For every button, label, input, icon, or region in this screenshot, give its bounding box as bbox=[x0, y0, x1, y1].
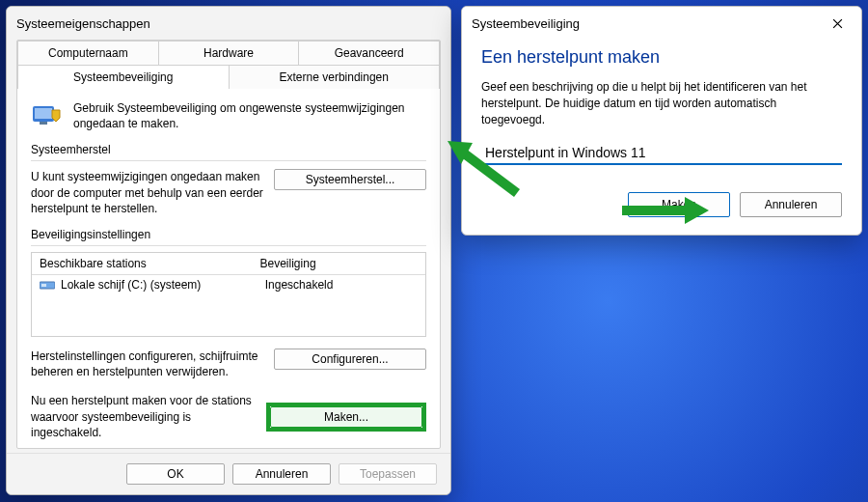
create-restore-point-dialog: Systeembeveiliging Een herstelpunt maken… bbox=[461, 6, 862, 236]
close-button[interactable] bbox=[823, 12, 852, 35]
tab-computer-name[interactable]: Computernaam bbox=[18, 42, 159, 65]
restore-text: U kunt systeemwijzigingen ongedaan maken… bbox=[31, 169, 264, 216]
create-button[interactable]: Maken bbox=[628, 192, 730, 217]
configure-button[interactable]: Configureren... bbox=[274, 349, 426, 370]
protection-icon bbox=[31, 100, 64, 129]
tab-hardware[interactable]: Hardware bbox=[159, 42, 300, 65]
section-settings-heading: Beveiligingsinstellingen bbox=[31, 228, 426, 241]
apply-button[interactable]: Toepassen bbox=[339, 463, 437, 485]
create-button-highlight: Maken... bbox=[266, 403, 426, 432]
window-title: Systeemeigenschappen bbox=[16, 16, 441, 31]
system-restore-button[interactable]: Systeemherstel... bbox=[274, 169, 426, 190]
create-restore-point-button[interactable]: Maken... bbox=[270, 406, 422, 428]
cancel-button[interactable]: Annuleren bbox=[740, 192, 842, 217]
tab-system-protection[interactable]: Systeembeveiliging bbox=[18, 65, 230, 89]
window-title: Systeembeveiliging bbox=[472, 16, 823, 31]
cell-drive: Lokale schijf (C:) (systeem) bbox=[61, 278, 259, 292]
dialog-description: Geef een beschrijving op die u helpt bij… bbox=[481, 79, 842, 127]
dialog-buttons: OK Annuleren Toepassen bbox=[7, 453, 450, 494]
disk-icon bbox=[40, 279, 55, 291]
system-properties-window: Systeemeigenschappen Computernaam Hardwa… bbox=[6, 6, 451, 495]
restore-point-name-input[interactable] bbox=[481, 141, 842, 165]
close-icon bbox=[832, 18, 843, 29]
drives-table[interactable]: Beschikbare stations Beveiliging Lokale … bbox=[31, 252, 426, 337]
section-restore-heading: Systeemherstel bbox=[31, 143, 426, 156]
create-text: Nu een herstelpunt maken voor de station… bbox=[31, 393, 257, 440]
svg-rect-4 bbox=[41, 284, 46, 287]
titlebar[interactable]: Systeembeveiliging bbox=[462, 7, 861, 40]
dialog-heading: Een herstelpunt maken bbox=[481, 47, 842, 68]
cell-protection: Ingeschakeld bbox=[265, 278, 418, 292]
tab-panel: Gebruik Systeembeveiliging om ongewenste… bbox=[17, 89, 440, 448]
configure-text: Herstelinstellingen configureren, schijf… bbox=[31, 349, 264, 379]
titlebar[interactable]: Systeemeigenschappen bbox=[7, 7, 450, 40]
svg-rect-2 bbox=[40, 122, 47, 125]
tab-remote[interactable]: Externe verbindingen bbox=[230, 65, 440, 89]
col-protection: Beveiliging bbox=[253, 253, 425, 274]
col-drive: Beschikbare stations bbox=[32, 253, 253, 274]
svg-rect-1 bbox=[35, 108, 52, 119]
tabs-container: Computernaam Hardware Geavanceerd Systee… bbox=[16, 40, 441, 449]
intro-text: Gebruik Systeembeveiliging om ongewenste… bbox=[73, 100, 426, 131]
ok-button[interactable]: OK bbox=[126, 463, 225, 485]
tab-advanced[interactable]: Geavanceerd bbox=[299, 42, 439, 65]
cancel-button[interactable]: Annuleren bbox=[232, 463, 331, 485]
table-row[interactable]: Lokale schijf (C:) (systeem) Ingeschakel… bbox=[32, 275, 425, 294]
